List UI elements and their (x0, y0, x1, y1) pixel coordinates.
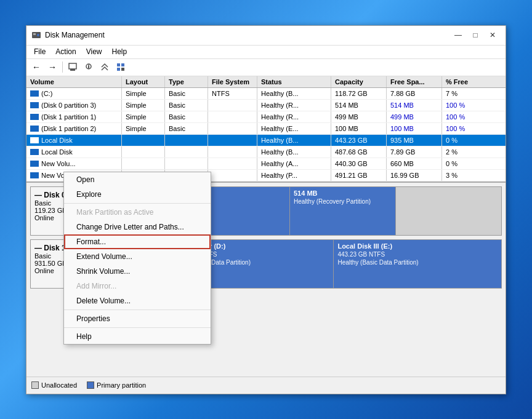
ctx-item[interactable]: Shrink Volume... (64, 264, 211, 279)
minimize-button[interactable]: — (450, 28, 466, 42)
disk1-part4-size: 443.23 GB NTFS (337, 251, 498, 258)
menu-view[interactable]: View (81, 46, 107, 57)
row-icon (30, 161, 39, 167)
ctx-item[interactable]: Properties (64, 311, 211, 326)
menu-action[interactable]: Action (50, 46, 81, 57)
table-row[interactable]: Local Disk Healthy (B... 443.23 GB 935 M… (26, 135, 506, 146)
svg-rect-9 (121, 63, 124, 66)
row-icon (30, 172, 39, 178)
title-bar: Disk Management — □ ✕ (26, 26, 506, 46)
cell-volume: New Volu... (26, 158, 122, 169)
cell-free: 100 MB (387, 123, 442, 134)
cell-pct: 0 % (442, 158, 479, 169)
legend-unalloc-box (31, 381, 39, 389)
row-icon (30, 90, 39, 97)
cell-fs (208, 146, 257, 158)
toolbar-separator-1 (62, 62, 63, 73)
ctx-separator (64, 203, 211, 204)
ctx-separator (64, 327, 211, 328)
header-pct: % Free (442, 76, 479, 87)
cell-volume: (Disk 1 partition 1) (26, 111, 122, 122)
menu-help[interactable]: Help (107, 46, 132, 57)
toolbar-btn-3[interactable] (97, 60, 112, 74)
toolbar-btn-2[interactable] (81, 60, 96, 74)
menu-bar: File Action View Help (26, 46, 506, 59)
ctx-item[interactable]: Change Drive Letter and Paths... (64, 220, 211, 234)
cell-layout (122, 146, 165, 158)
maximize-button[interactable]: □ (467, 28, 483, 42)
cell-status: Healthy (B... (257, 146, 331, 158)
cell-volume: (Disk 1 partition 2) (26, 123, 122, 134)
cell-layout: Simple (122, 88, 165, 99)
table-row[interactable]: New Volu... Healthy (A... 440.30 GB 660 … (26, 158, 506, 170)
cell-status: Healthy (R... (257, 111, 331, 122)
cell-status: Healthy (B... (257, 135, 331, 146)
cell-pct: 3 % (442, 170, 479, 181)
svg-point-2 (37, 34, 39, 36)
cell-free: 499 MB (387, 111, 442, 122)
cell-free: 7.88 GB (387, 88, 442, 99)
disk0-part2-name: 514 MB (294, 190, 392, 197)
cell-layout (122, 135, 165, 146)
svg-rect-4 (70, 69, 75, 71)
table-row[interactable]: Local Disk Healthy (B... 487.68 GB 7.89 … (26, 146, 506, 158)
cell-fs (208, 158, 257, 169)
cell-free: 935 MB (387, 135, 442, 146)
svg-rect-6 (88, 66, 89, 68)
ctx-format[interactable]: Format... (64, 234, 211, 249)
cell-pct: 0 % (442, 135, 479, 146)
ctx-item[interactable]: Extend Volume... (64, 249, 211, 264)
cell-capacity: 100 MB (331, 123, 387, 134)
cell-capacity: 487.68 GB (331, 146, 387, 158)
table-row[interactable]: (Disk 0 partition 3) Simple Basic Health… (26, 100, 506, 111)
cell-type: Basic (165, 123, 208, 134)
forward-button[interactable]: → (45, 60, 60, 74)
header-free: Free Spa... (387, 76, 442, 87)
cell-pct: 100 % (442, 100, 479, 111)
disk0-part2: 514 MB Healthy (Recovery Partition) (290, 187, 396, 235)
ctx-item[interactable]: Delete Volume... (64, 293, 211, 308)
legend-primary-box (87, 381, 94, 389)
cell-status: Healthy (R... (257, 100, 331, 111)
cell-free: 7.89 GB (387, 146, 442, 158)
cell-fs (208, 135, 257, 146)
volume-table: Volume Layout Type File System Status Ca… (26, 76, 506, 183)
toolbar-btn-1[interactable] (65, 60, 80, 74)
table-header: Volume Layout Type File System Status Ca… (26, 76, 506, 88)
cell-pct: 100 % (442, 123, 479, 134)
legend-unalloc-label: Unallocated (41, 381, 77, 389)
close-button[interactable]: ✕ (485, 28, 501, 42)
cell-pct: 7 % (442, 88, 479, 99)
ctx-item-disabled: Add Mirror... (64, 279, 211, 293)
toolbar: ← → (26, 59, 506, 76)
ctx-item[interactable]: Help (64, 329, 211, 344)
table-row[interactable]: (Disk 1 partition 2) Simple Basic Health… (26, 123, 506, 135)
back-button[interactable]: ← (29, 60, 44, 74)
toolbar-btn-4[interactable] (113, 60, 128, 74)
legend-primary: Primary partition (87, 381, 146, 389)
row-icon (30, 114, 39, 120)
menu-file[interactable]: File (29, 46, 50, 57)
cell-capacity: 491.21 GB (331, 170, 387, 181)
disk1-part4-info: Healthy (Basic Data Partition) (337, 259, 498, 266)
ctx-item-disabled: Mark Partition as Active (64, 205, 211, 220)
cell-free: 16.99 GB (387, 170, 442, 181)
table-row[interactable]: (C:) Simple Basic NTFS Healthy (B... 118… (26, 88, 506, 100)
disk0-unalloc (396, 187, 501, 235)
svg-rect-11 (121, 68, 124, 71)
ctx-item[interactable]: Explore (64, 187, 211, 202)
table-row[interactable]: (Disk 1 partition 1) Simple Basic Health… (26, 111, 506, 123)
legend-unallocated: Unallocated (31, 381, 77, 389)
disk-management-window: Disk Management — □ ✕ File Action View H… (26, 25, 506, 394)
ctx-item[interactable]: Open (64, 172, 211, 187)
cell-type (165, 146, 208, 158)
cell-capacity: 443.23 GB (331, 135, 387, 146)
cell-type: Basic (165, 111, 208, 122)
svg-point-7 (88, 65, 89, 66)
cell-capacity: 118.72 GB (331, 88, 387, 99)
window-title: Disk Management (45, 31, 450, 39)
legend-primary-label: Primary partition (97, 381, 146, 389)
row-icon (30, 149, 39, 155)
cell-fs: NTFS (208, 88, 257, 99)
cell-layout (122, 158, 165, 169)
